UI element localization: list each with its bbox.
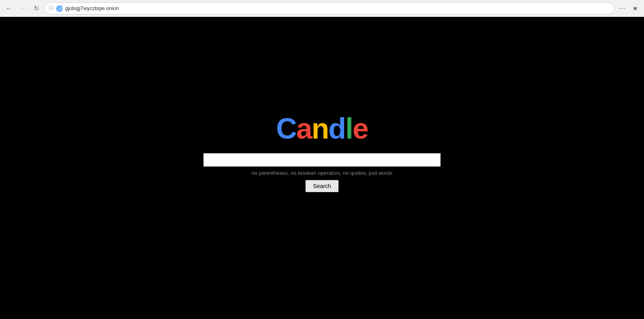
search-button[interactable]: Search <box>305 180 339 192</box>
logo-letter-l: l <box>345 112 353 145</box>
more-options-button[interactable]: ⋯ <box>617 3 628 14</box>
reload-button[interactable]: ↻ <box>31 3 42 14</box>
search-hint: no parentheses, no boolean operators, no… <box>252 170 392 176</box>
address-bar-container: ⓘ 🌀 <box>44 2 614 14</box>
search-input[interactable] <box>203 153 441 167</box>
page-content: Candle no parentheses, no boolean operat… <box>0 17 644 319</box>
browser-actions: ⋯ ★ <box>617 3 641 14</box>
forward-button[interactable]: → <box>17 3 28 14</box>
back-button[interactable]: ← <box>3 3 14 14</box>
logo-letter-n: n <box>312 112 328 145</box>
onion-icon: 🌀 <box>56 5 63 12</box>
site-logo: Candle <box>276 112 368 145</box>
logo-letter-c: C <box>276 112 296 145</box>
logo-letter-a: a <box>296 112 312 145</box>
info-icon: ⓘ <box>49 5 54 12</box>
address-bar-input[interactable] <box>65 5 610 11</box>
browser-chrome: ← → ↻ ⓘ 🌀 ⋯ ★ <box>0 0 644 17</box>
logo-letter-e: e <box>353 112 368 145</box>
logo-letter-d: d <box>328 112 345 145</box>
bookmark-button[interactable]: ★ <box>630 3 641 14</box>
